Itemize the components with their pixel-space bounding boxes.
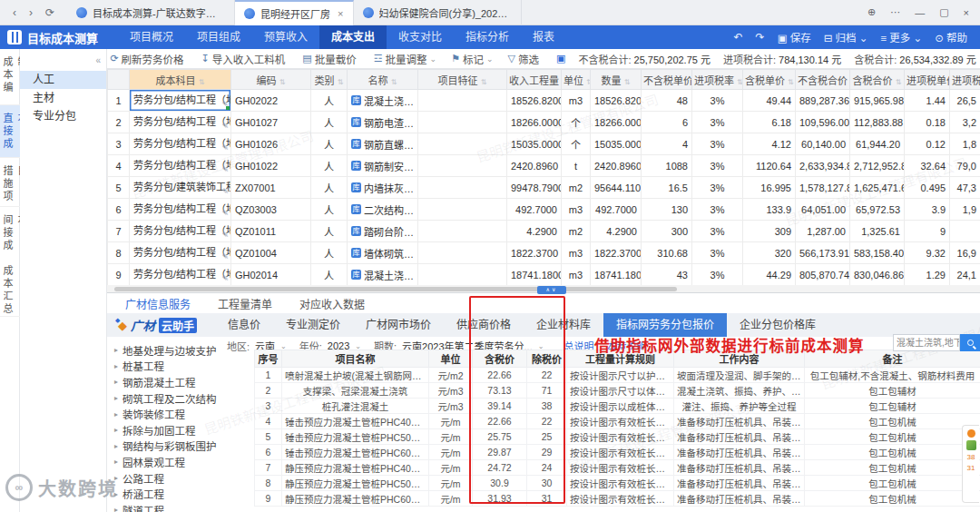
cell-feature[interactable] bbox=[418, 242, 507, 264]
cell-work-content[interactable]: 准备移动打压桩机具、吊装定位、校正、... bbox=[674, 429, 805, 445]
expand-arrow-icon[interactable]: ▸ bbox=[114, 394, 118, 402]
redo-icon[interactable]: ↷ bbox=[756, 31, 765, 44]
cell-category[interactable]: 人 bbox=[311, 133, 348, 155]
cell-vat-unit[interactable]: 0.12 bbox=[905, 133, 950, 155]
cell-tax-rate[interactable]: 3% bbox=[692, 221, 743, 242]
cell-vat-unit[interactable]: 9.32 bbox=[905, 242, 950, 264]
help-button[interactable]: ⊙ 帮助 bbox=[935, 30, 967, 44]
col-code[interactable]: 编码 ⇅ bbox=[231, 70, 311, 90]
cell-remark[interactable]: 包工包辅材 bbox=[805, 383, 980, 399]
toolbar-button[interactable]: ⚑ 标记 ⌄ bbox=[451, 52, 493, 66]
browser-tab[interactable]: 昆明经开区厂房 × bbox=[235, 0, 353, 25]
sort-icon[interactable]: ⇅ bbox=[481, 78, 487, 86]
cell-code[interactable]: QZ01004 bbox=[231, 242, 311, 264]
edit-pencil-icon[interactable]: ✎ bbox=[221, 274, 229, 283]
cell-cost-subject[interactable]: 劳务分包/结构工程（地下）/钢筋工程✎ bbox=[130, 155, 231, 177]
cell-seq[interactable]: 1 bbox=[255, 368, 282, 383]
cell-item-name[interactable]: 桩孔灌注混凝土 bbox=[282, 399, 429, 414]
cell-unit[interactable]: 元/m3 bbox=[429, 399, 473, 414]
cell-total-ex[interactable]: 60,140.00 bbox=[796, 133, 850, 155]
cell-total-inc[interactable]: 915,965.98 bbox=[850, 90, 905, 112]
col-income-qty[interactable]: 收入工程量 ⇅ bbox=[507, 70, 562, 90]
cell-seq[interactable]: 8 bbox=[255, 476, 282, 491]
sidebar-item[interactable]: 主材 bbox=[20, 89, 106, 107]
cell-name[interactable]: 库钢筋制安,地下... bbox=[348, 155, 418, 177]
cell-vat-total[interactable]: 79,0 bbox=[950, 155, 980, 177]
cell-item-name[interactable]: 静压预应力混凝土管桩PHC500(壁厚100) bbox=[282, 476, 429, 491]
cell-unit[interactable]: m3 bbox=[562, 242, 591, 264]
cell-unit[interactable]: 元/m bbox=[429, 491, 473, 507]
save-button[interactable]: ▣ 保存 bbox=[778, 30, 811, 44]
cell-tax-rate[interactable]: 3% bbox=[692, 133, 743, 155]
col-unit[interactable]: 单位 ⇅ bbox=[562, 70, 591, 90]
toolbar-button[interactable]: ▽ 筛选 bbox=[508, 52, 542, 66]
toolbar-button[interactable]: ↧ 导入收入工料机 bbox=[201, 52, 289, 66]
cell-total-ex[interactable]: 1,578,127.82 bbox=[796, 177, 850, 199]
expand-arrow-icon[interactable]: ▸ bbox=[114, 346, 118, 354]
cell-price-inc[interactable]: 133.9 bbox=[743, 199, 796, 221]
cell-price-inc[interactable]: 4.12 bbox=[743, 133, 796, 155]
cell-cost-subject[interactable]: 劳务分包/结构工程（地上）/钢筋工程✎ bbox=[130, 112, 231, 133]
cell-feature[interactable] bbox=[418, 199, 507, 221]
cell-price-ex[interactable]: 1088 bbox=[642, 155, 692, 177]
cell-item-name[interactable]: 静压预应力混凝土管桩PHC600(壁厚110) bbox=[282, 491, 429, 507]
cell-category[interactable]: 人 bbox=[311, 112, 348, 133]
cell-cost-subject[interactable]: 劳务分包/结构工程（地下）/混凝土工程✎ bbox=[130, 90, 231, 112]
cell-price-inc[interactable]: 49.44 bbox=[743, 90, 796, 112]
cell-measure-rule[interactable]: 按设计图示有效桩长以延长米计... bbox=[567, 414, 674, 429]
edit-pencil-icon[interactable]: ✎ bbox=[221, 122, 229, 131]
sort-icon[interactable]: ⇅ bbox=[279, 78, 286, 86]
cell-cost-subject[interactable]: 劳务分包/结构工程（地上）/混凝土工程✎ bbox=[130, 264, 231, 286]
cell-income-qty[interactable]: 492.7000 bbox=[507, 199, 562, 221]
col-feature[interactable]: 项目特征 ⇅ bbox=[418, 70, 507, 90]
nav-menu-item[interactable]: 收支对比 bbox=[387, 25, 454, 49]
cell-price-ex[interactable]: 310.68 bbox=[642, 242, 692, 264]
cell-total-inc[interactable]: 65,972.53 bbox=[850, 199, 905, 221]
cell-measure-rule[interactable]: 按设计图示尺寸以体积计算 bbox=[567, 383, 674, 399]
cell-qty[interactable]: 95644.1100 bbox=[591, 177, 642, 199]
col-category[interactable]: 类别 ⇅ bbox=[311, 70, 348, 90]
cell-tax-rate[interactable]: 3% bbox=[692, 199, 743, 221]
scrollbar-thumb[interactable] bbox=[114, 287, 677, 291]
expand-arrow-icon[interactable]: ▸ bbox=[114, 506, 118, 512]
tree-item[interactable]: ▸ 装饰装修工程 bbox=[109, 406, 254, 422]
expand-arrow-icon[interactable]: ▸ bbox=[114, 426, 118, 434]
cell-remark[interactable]: 包工包机械 bbox=[805, 445, 980, 460]
cell-category[interactable]: 人 bbox=[311, 264, 348, 286]
cell-price-inc[interactable]: 6.18 bbox=[743, 112, 796, 133]
toolbar-button[interactable]: ▤ 批量载价 bbox=[302, 52, 358, 66]
sort-icon[interactable]: ⇅ bbox=[586, 78, 590, 86]
cell-unit[interactable]: m3 bbox=[562, 199, 591, 221]
cell-tax-rate[interactable]: 3% bbox=[692, 264, 743, 286]
cell-unit[interactable]: 元/m bbox=[429, 476, 473, 491]
cell-remark[interactable]: 包工包机械 bbox=[805, 429, 980, 445]
cell-unit[interactable]: 元/m bbox=[429, 429, 473, 445]
cell-code[interactable]: GH01026 bbox=[231, 133, 311, 155]
nav-menu-item[interactable]: 项目概况 bbox=[118, 25, 185, 49]
toolbar-button[interactable]: ☲ 批量调整 ⌄ bbox=[374, 52, 436, 66]
cell-price-ex[interactable]: 48 bbox=[642, 90, 692, 112]
cell-seq[interactable]: 2 bbox=[255, 383, 282, 399]
edit-pencil-icon[interactable]: ✎ bbox=[221, 209, 229, 218]
tree-item[interactable]: ▸ 钢结构与彩钢板围护 bbox=[109, 438, 254, 455]
cell-unit[interactable]: m2 bbox=[562, 221, 591, 242]
cell-name[interactable]: 库内墙抹灰(水泥... bbox=[348, 177, 418, 199]
cell-remark[interactable]: 包工包辅材,不含混凝土、钢筋材料费用 bbox=[805, 368, 980, 383]
cell-total-inc[interactable]: 61,944.20 bbox=[850, 133, 905, 155]
cell-measure-rule[interactable]: 按设计图示尺寸以护坡展开面积... bbox=[567, 368, 674, 383]
cell-unit[interactable]: 个 bbox=[562, 112, 591, 133]
panel-collapse-handle[interactable]: ∧∨ bbox=[537, 286, 566, 294]
edit-pencil-icon[interactable]: ✎ bbox=[221, 165, 229, 174]
cell-code[interactable]: GH01027 bbox=[231, 112, 311, 133]
cost-stage-item[interactable]: 措施项目 bbox=[0, 158, 20, 207]
bottom-panel-tab[interactable]: 对应收入数据 bbox=[299, 296, 365, 311]
cell-feature[interactable] bbox=[418, 90, 507, 112]
cell-vat-total[interactable]: 1,8 bbox=[950, 133, 980, 155]
expand-arrow-icon[interactable]: ▸ bbox=[114, 410, 118, 418]
sidebar-item[interactable]: 专业分包 bbox=[20, 107, 106, 125]
edit-pencil-icon[interactable]: ✎ bbox=[221, 143, 229, 153]
cell-total-ex[interactable]: 889,287.36 bbox=[796, 90, 850, 112]
col-qty[interactable]: 数量 ⇅ bbox=[591, 70, 642, 90]
cell-row-number[interactable]: 1 bbox=[108, 90, 130, 112]
cell-name[interactable]: 库混凝土浇筑,地... bbox=[348, 264, 418, 286]
